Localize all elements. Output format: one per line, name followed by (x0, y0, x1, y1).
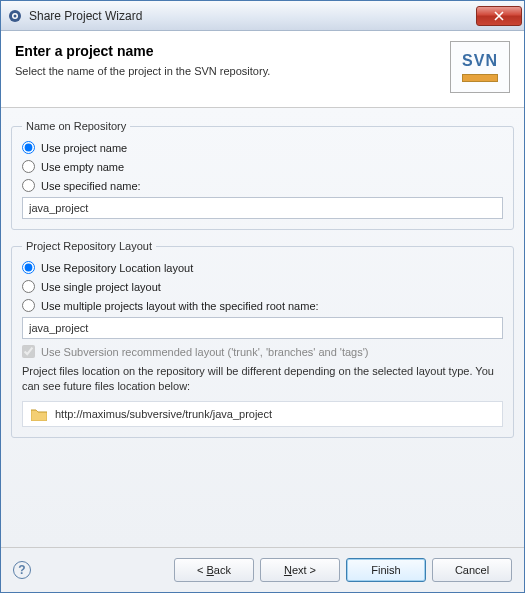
radio-use-project-name[interactable]: Use project name (22, 138, 503, 157)
radio-multiple-layout[interactable]: Use multiple projects layout with the sp… (22, 296, 503, 315)
cancel-button[interactable]: Cancel (432, 558, 512, 582)
specified-name-input[interactable] (22, 197, 503, 219)
recommended-layout-checkbox-row: Use Subversion recommended layout ('trun… (22, 339, 503, 362)
titlebar: Share Project Wizard (1, 1, 524, 31)
name-on-repository-group: Name on Repository Use project name Use … (11, 120, 514, 230)
page-subtitle: Select the name of the project in the SV… (15, 65, 442, 77)
root-name-input[interactable] (22, 317, 503, 339)
layout-info-text: Project files location on the repository… (22, 364, 503, 395)
radio-use-specified-name[interactable]: Use specified name: (22, 176, 503, 195)
wizard-window: Share Project Wizard Enter a project nam… (0, 0, 525, 593)
name-legend: Name on Repository (22, 120, 130, 132)
repository-layout-group: Project Repository Layout Use Repository… (11, 240, 514, 438)
svn-logo: SVN (450, 41, 510, 93)
footer: ? < Back Next > Finish Cancel (1, 547, 524, 592)
content-area: Name on Repository Use project name Use … (1, 108, 524, 547)
svg-point-2 (14, 14, 17, 17)
window-title: Share Project Wizard (29, 9, 476, 23)
recommended-layout-checkbox (22, 345, 35, 358)
future-location-path: http://maximus/subversive/trunk/java_pro… (55, 408, 272, 420)
next-button[interactable]: Next > (260, 558, 340, 582)
layout-legend: Project Repository Layout (22, 240, 156, 252)
radio-single-layout[interactable]: Use single project layout (22, 277, 503, 296)
app-icon (7, 8, 23, 24)
back-button[interactable]: < Back (174, 558, 254, 582)
radio-location-layout[interactable]: Use Repository Location layout (22, 258, 503, 277)
banner: Enter a project name Select the name of … (1, 31, 524, 108)
finish-button[interactable]: Finish (346, 558, 426, 582)
future-location-box: http://maximus/subversive/trunk/java_pro… (22, 401, 503, 427)
radio-use-empty-name[interactable]: Use empty name (22, 157, 503, 176)
help-button[interactable]: ? (13, 561, 31, 579)
folder-icon (31, 407, 47, 421)
page-title: Enter a project name (15, 43, 442, 59)
close-button[interactable] (476, 6, 522, 26)
